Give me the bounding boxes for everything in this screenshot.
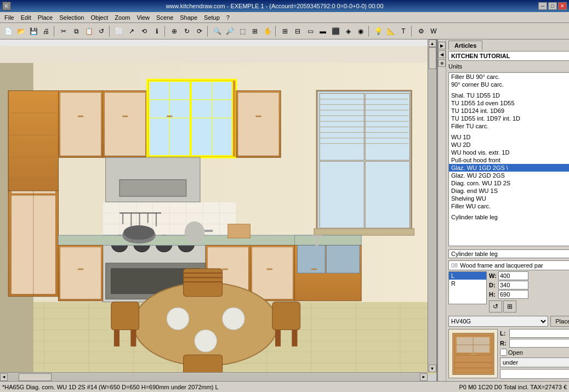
restore-button[interactable]: □: [548, 2, 557, 10]
dim-h-input[interactable]: [498, 290, 528, 299]
lr-item-r[interactable]: R: [449, 280, 486, 287]
article-item[interactable]: Pull-out hood front: [449, 156, 569, 164]
menu-edit[interactable]: Edit: [18, 13, 35, 22]
dim-d-input[interactable]: [498, 281, 528, 289]
tb-view4[interactable]: ⬛: [329, 25, 342, 37]
pf-r-input[interactable]: [509, 339, 569, 348]
tb-snap[interactable]: ⊟: [292, 25, 304, 37]
tb-paste[interactable]: 📋: [83, 25, 95, 37]
scene-svg: [0, 39, 436, 381]
lr-list[interactable]: L R: [448, 271, 487, 304]
lr-item-l[interactable]: L: [449, 272, 486, 280]
tb-3d[interactable]: ◉: [355, 25, 367, 37]
article-item[interactable]: Glaz. WU 1GD 2GS \: [449, 164, 569, 172]
tb-copy[interactable]: ⧉: [70, 25, 82, 37]
scroll-up-arrow[interactable]: ▲: [429, 39, 436, 47]
tb-orbit[interactable]: ⊕: [168, 25, 180, 37]
tb-grid[interactable]: ⊞: [279, 25, 291, 37]
tb-draw1[interactable]: ⬜: [113, 25, 125, 37]
tb-draw2[interactable]: ↗: [126, 25, 138, 37]
dim-w-label: W:: [489, 272, 497, 279]
cylinder-table-leg-item: Cylinder table leg: [448, 249, 569, 258]
kitchen-tutorial-dropdown[interactable]: KITCHEN TUTORIAL ▼: [448, 51, 569, 61]
article-item[interactable]: Cylinder table leg: [449, 213, 569, 221]
tb-settings[interactable]: ⚙: [415, 25, 427, 37]
pf-r-row: R:: [500, 339, 569, 348]
article-list[interactable]: Filler BU 90° carc.90° corner BU carc.Sh…: [448, 72, 569, 246]
tb-pan[interactable]: ✋: [261, 25, 274, 37]
place-now-button[interactable]: Place now: [550, 316, 569, 327]
refresh-btn-1[interactable]: ↺: [489, 300, 502, 313]
article-item[interactable]: TU 1D55 int. 1D97 int. 1D: [449, 115, 569, 122]
minimize-button[interactable]: ─: [538, 2, 547, 10]
svg-point-100: [123, 225, 155, 240]
menu-shape[interactable]: Shape: [177, 13, 201, 22]
article-item[interactable]: Diag. corn. WU 1D 2S: [449, 179, 569, 187]
menu-place[interactable]: Place: [35, 13, 56, 22]
article-item[interactable]: Glaz. WU 2GD 2GS: [449, 172, 569, 179]
tb-cut[interactable]: ✂: [58, 25, 70, 37]
scroll-right-arrow[interactable]: ►: [420, 373, 428, 381]
scroll-h-track[interactable]: [8, 373, 420, 381]
hv-select[interactable]: HV40G: [448, 316, 548, 327]
article-item[interactable]: WU 1D: [449, 133, 569, 141]
article-item[interactable]: WU 2D: [449, 141, 569, 149]
tb-text[interactable]: T: [397, 25, 409, 37]
article-item[interactable]: Shal. TU 1D55 1D: [449, 92, 569, 99]
article-item[interactable]: TU 1D55 1d oven 1D55: [449, 99, 569, 107]
article-item[interactable]: Diag. end WU 1S: [449, 187, 569, 195]
pf-l-input[interactable]: [509, 329, 569, 338]
scroll-left-arrow[interactable]: ◄: [0, 373, 8, 381]
tb-measure[interactable]: 📐: [385, 25, 397, 37]
dim-w-input[interactable]: [498, 271, 528, 280]
tb-draw3[interactable]: ⟲: [138, 25, 150, 37]
viewport-scrollbar-h[interactable]: ◄ ►: [0, 372, 428, 381]
viewport-scrollbar-v[interactable]: ▲ ▼: [428, 39, 436, 372]
dims-section: W: D: H: ↺: [489, 271, 569, 314]
article-item[interactable]: Filler WU carc.: [449, 202, 569, 210]
tb-zoom-in[interactable]: 🔍: [211, 25, 223, 37]
tb-save[interactable]: 💾: [27, 25, 39, 37]
menu-help[interactable]: ?: [223, 13, 233, 22]
menu-scene[interactable]: Scene: [153, 13, 177, 22]
tb-open[interactable]: 📂: [15, 25, 27, 37]
close-button[interactable]: ✕: [558, 2, 567, 10]
viewport[interactable]: ◄ ► ▲ ▼: [0, 39, 437, 381]
tb-view2[interactable]: ▭: [304, 25, 316, 37]
tb-refresh[interactable]: ⟳: [194, 25, 206, 37]
tb-light[interactable]: 💡: [372, 25, 384, 37]
tb-zoom-out[interactable]: 🔎: [224, 25, 236, 37]
menu-setup[interactable]: Setup: [201, 13, 223, 22]
article-item[interactable]: TU 1D124 int. 1D69: [449, 107, 569, 115]
articles-tab-btn[interactable]: Articles: [448, 41, 482, 50]
panel-icon-2[interactable]: ◀: [438, 50, 446, 58]
menu-view[interactable]: View: [133, 13, 153, 22]
under-height-input[interactable]: 2072: [500, 369, 569, 379]
pf-open-checkbox[interactable]: [500, 349, 507, 356]
panel-icon-3[interactable]: ⊕: [438, 59, 446, 67]
article-item[interactable]: 90° corner BU carc.: [449, 81, 569, 88]
article-item[interactable]: Shelving WU: [449, 195, 569, 202]
tb-info[interactable]: ℹ: [151, 25, 163, 37]
article-item[interactable]: WU hood vis. extr. 1D: [449, 149, 569, 156]
tb-print[interactable]: 🖨: [40, 25, 52, 37]
tb-extra[interactable]: W: [428, 25, 440, 37]
article-item[interactable]: Filler BU 90° carc.: [449, 73, 569, 81]
tb-orbit2[interactable]: ↻: [181, 25, 193, 37]
scroll-v-track[interactable]: [428, 47, 436, 365]
panel-icon-1[interactable]: ▶: [438, 42, 446, 49]
tb-new[interactable]: 📄: [2, 25, 14, 37]
under-select[interactable]: under: [500, 357, 569, 367]
article-item[interactable]: Filler TU carc.: [449, 122, 569, 130]
tb-view3[interactable]: ▬: [317, 25, 329, 37]
scroll-down-arrow[interactable]: ▼: [429, 365, 436, 372]
tb-zoom-all[interactable]: ⊞: [249, 25, 261, 37]
tb-iso[interactable]: ◈: [342, 25, 354, 37]
menu-selection[interactable]: Selection: [56, 13, 87, 22]
menu-file[interactable]: File: [1, 13, 18, 22]
refresh-btn-2[interactable]: ⊞: [503, 300, 516, 313]
tb-undo[interactable]: ↺: [95, 25, 107, 37]
tb-zoom-win[interactable]: ⬚: [236, 25, 248, 37]
menu-object[interactable]: Object: [88, 13, 112, 22]
menu-zoom[interactable]: Zoom: [111, 13, 133, 22]
